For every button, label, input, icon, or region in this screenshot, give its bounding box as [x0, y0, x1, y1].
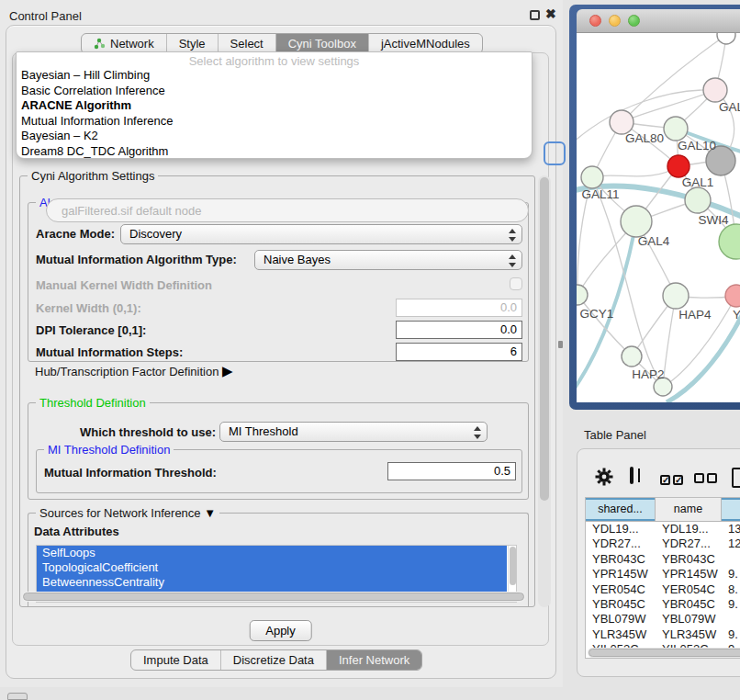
- table-row[interactable]: YBL079WYBL079W: [586, 612, 740, 627]
- cyni-algorithm-settings-group: Cyni Algorithm Settings Algorithm Defini…: [19, 175, 535, 607]
- mi-type-value: Naive Bayes: [263, 253, 331, 266]
- sources-group-title[interactable]: Sources for Network Inference ▼: [36, 506, 219, 520]
- table-cell: YPR145W: [586, 567, 656, 581]
- dpi-tolerance-field[interactable]: 0.0: [396, 321, 522, 339]
- table-row[interactable]: YER054CYER054C8.: [586, 582, 740, 597]
- data-attribute-item[interactable]: SelfLoops: [37, 546, 507, 560]
- tab-select[interactable]: Select: [218, 34, 275, 53]
- kernel-width-field[interactable]: 0.0: [396, 299, 522, 317]
- control-panel: Control Panel ✖ NetworkStyleSelectCyni T…: [0, 0, 563, 687]
- table-cell: YBL079W: [586, 612, 656, 627]
- which-threshold-combo[interactable]: MI Threshold: [219, 422, 488, 442]
- tab-jactivemnodules[interactable]: jActiveMNodules: [368, 34, 482, 53]
- network-node-gal11[interactable]: [581, 166, 603, 188]
- deselect-all-checkboxes-icon[interactable]: [694, 472, 720, 486]
- algorithm-option[interactable]: Basic Correlation Inference: [18, 84, 530, 99]
- data-attribute-item[interactable]: BetweennessCentrality: [37, 575, 507, 590]
- tab-style[interactable]: Style: [166, 34, 218, 53]
- new-table-icon[interactable]: [732, 468, 740, 488]
- hub-definition-label: Hub/Transcription Factor Definition: [35, 365, 219, 378]
- close-traffic-light-icon[interactable]: [589, 15, 601, 27]
- table-cell: 12: [722, 536, 740, 551]
- settings-horizontal-scrollbar[interactable]: [22, 592, 525, 602]
- column-header-shared-name[interactable]: shared...: [586, 498, 656, 522]
- algorithm-option[interactable]: Bayesian – K2: [18, 129, 530, 144]
- gear-icon[interactable]: [595, 468, 613, 489]
- zoom-traffic-light-icon[interactable]: [628, 15, 640, 27]
- tab-cyni-toolbox[interactable]: Cyni Toolbox: [275, 34, 368, 53]
- table-row[interactable]: YLR345WYLR345W9.: [586, 627, 740, 642]
- network-node[interactable]: [717, 33, 735, 44]
- column-header-a[interactable]: A: [722, 498, 740, 522]
- algorithm-dropdown-hint: Select algorithm to view settings: [17, 54, 532, 68]
- threshold-definition-title: Threshold Definition: [36, 396, 150, 410]
- table-row[interactable]: YBR045CYBR045C9.: [586, 597, 740, 612]
- tab-label: Impute Data: [143, 653, 208, 667]
- algorithm-option[interactable]: Dream8 DC_TDC Algorithm: [18, 144, 530, 160]
- table-cell: 9.: [722, 597, 740, 612]
- select-all-checkboxes-icon[interactable]: ✓✓: [660, 472, 686, 486]
- algorithm-option[interactable]: ARACNE Algorithm: [18, 98, 530, 114]
- splitpane-handle-icon[interactable]: [558, 341, 563, 348]
- tab-network[interactable]: Network: [82, 34, 166, 53]
- tab-label: Select: [230, 37, 263, 51]
- network-node-gal1[interactable]: [667, 155, 690, 177]
- close-icon[interactable]: ✖: [545, 6, 556, 21]
- table-cell: YBL079W: [656, 612, 722, 627]
- table-cell: 13: [722, 522, 740, 536]
- tab-label: Discretize Data: [233, 653, 314, 667]
- columns-icon[interactable]: [630, 467, 633, 484]
- tab-label: Infer Network: [339, 653, 409, 667]
- network-window-titlebar[interactable]: [577, 9, 740, 33]
- tab-label: Network: [110, 37, 154, 51]
- node-label: GAL: [719, 100, 740, 114]
- corner-widget[interactable]: [7, 693, 28, 700]
- network-selector-combo[interactable]: galFiltered.sif default node: [46, 198, 529, 222]
- algorithm-option[interactable]: Mutual Information Inference: [18, 114, 530, 130]
- network-node-swi4[interactable]: [685, 187, 711, 213]
- minimize-traffic-light-icon[interactable]: [609, 15, 621, 27]
- which-threshold-value: MI Threshold: [229, 424, 298, 438]
- settings-group-title: Cyni Algorithm Settings: [28, 169, 158, 183]
- algorithm-option[interactable]: Bayesian – Hill Climbing: [18, 68, 530, 84]
- tab-infer-network[interactable]: Infer Network: [326, 650, 421, 670]
- hub-definition-toggle[interactable]: Hub/Transcription Factor Definition ▶: [35, 363, 233, 379]
- manual-kernel-checkbox[interactable]: [510, 277, 522, 290]
- settings-vertical-scrollbar[interactable]: [538, 175, 551, 607]
- network-node-gal4[interactable]: [621, 206, 652, 237]
- network-node[interactable]: [719, 224, 740, 259]
- node-label: Y: [733, 308, 740, 322]
- mi-type-combo[interactable]: Naive Bayes: [254, 250, 522, 270]
- network-canvas[interactable]: GALGAL80GAL10GAL1GAL11SWI4GAL4GCY1HAP4YH…: [577, 33, 740, 402]
- table-cell: YBR043C: [656, 552, 722, 567]
- table-row[interactable]: YBR043CYBR043C: [586, 552, 740, 567]
- network-node-gcy1[interactable]: [577, 285, 588, 305]
- aracne-mode-combo[interactable]: Discovery: [120, 224, 522, 244]
- column-header-name[interactable]: name: [656, 498, 722, 522]
- network-node-gal[interactable]: [703, 78, 727, 102]
- combo-arrows-icon: [509, 254, 516, 267]
- network-view-window: GALGAL80GAL10GAL1GAL11SWI4GAL4GCY1HAP4YH…: [569, 5, 740, 410]
- network-node-hap4[interactable]: [663, 283, 689, 309]
- tab-impute-data[interactable]: Impute Data: [131, 650, 220, 670]
- table-cell: YLR345W: [586, 627, 656, 642]
- node-label: SWI4: [698, 213, 728, 227]
- apply-button[interactable]: Apply: [249, 620, 312, 641]
- table-row[interactable]: YDR27...YDR27...12: [586, 536, 740, 551]
- float-window-icon[interactable]: [530, 10, 540, 20]
- algorithm-dropdown: Select algorithm to view settings Bayesi…: [16, 51, 533, 159]
- table-row[interactable]: YDL19...YDL19...13: [586, 522, 740, 536]
- tab-discretize-data[interactable]: Discretize Data: [220, 650, 326, 670]
- data-attribute-item[interactable]: TopologicalCoefficient: [37, 560, 507, 575]
- network-node-y[interactable]: [725, 285, 740, 307]
- table-cell: YDR27...: [656, 536, 722, 551]
- table-horizontal-scrollbar[interactable]: [588, 648, 740, 658]
- mi-steps-field[interactable]: 6: [396, 343, 522, 361]
- mi-threshold-field[interactable]: 0.5: [387, 462, 516, 480]
- combo-arrows-icon: [509, 229, 516, 242]
- table-row[interactable]: YPR145WYPR145W9.: [586, 567, 740, 581]
- which-threshold-label: Which threshold to use:: [80, 425, 216, 439]
- network-node-gal10[interactable]: [664, 117, 688, 141]
- network-node-hap2[interactable]: [622, 346, 642, 367]
- node-label: GAL11: [581, 187, 619, 201]
